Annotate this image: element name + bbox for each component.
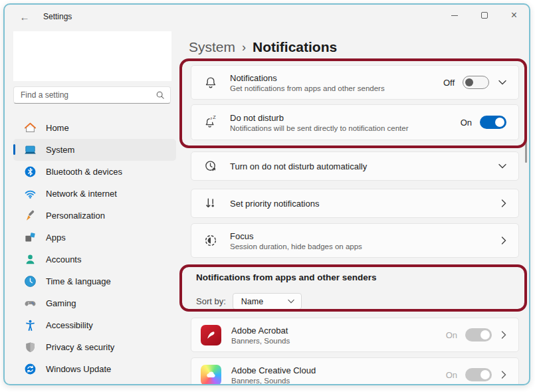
card-do-not-disturb[interactable]: zZ Do not disturb Notifications will be …	[191, 104, 519, 140]
bluetooth-icon	[24, 165, 37, 178]
network-icon	[24, 187, 37, 200]
system-icon	[24, 144, 37, 156]
app-name: Adobe Acrobat	[231, 326, 290, 336]
card-title: Focus	[230, 231, 362, 241]
app-row-adobe-acrobat[interactable]: Adobe Acrobat Banners, Sounds On	[191, 318, 519, 352]
apps-icon	[24, 231, 37, 244]
sidebar-item-accounts[interactable]: Accounts	[13, 248, 176, 270]
sidebar-item-time-language[interactable]: Time & language	[13, 270, 176, 292]
chevron-right-icon[interactable]	[501, 371, 506, 379]
close-icon: ×	[511, 10, 517, 21]
sidebar-item-system[interactable]: System	[13, 139, 176, 161]
toggle-knob	[495, 118, 504, 127]
do-not-disturb-toggle[interactable]	[480, 116, 506, 129]
sort-by-value: Name	[241, 297, 263, 306]
sidebar-item-personalization[interactable]: Personalization	[13, 205, 176, 227]
page-title: Notifications	[253, 39, 337, 55]
card-priority-notifications[interactable]: Set priority notifications	[191, 189, 519, 218]
privacy-icon	[24, 341, 37, 353]
card-title: Set priority notifications	[230, 199, 319, 209]
sidebar-item-label: Privacy & security	[46, 342, 114, 352]
sidebar-item-accessibility[interactable]: Accessibility	[13, 314, 176, 336]
windows-update-icon	[24, 363, 37, 375]
card-dnd-automatic[interactable]: Turn on do not disturb automatically	[191, 151, 519, 181]
accounts-icon	[24, 253, 37, 266]
app-notifications-toggle[interactable]	[465, 328, 492, 342]
maximize-icon	[481, 12, 488, 19]
chevron-down-icon[interactable]	[498, 163, 506, 169]
card-focus[interactable]: Focus Session duration, hide badges on a…	[191, 223, 519, 258]
chevron-right-icon	[501, 237, 506, 245]
card-notifications[interactable]: Notifications Get notifications from app…	[191, 65, 519, 100]
main-content: System › Notifications Notifications Get…	[184, 29, 529, 385]
sidebar-item-label: Bluetooth & devices	[46, 167, 122, 177]
sidebar-item-label: Gaming	[46, 298, 76, 308]
sidebar-item-label: Home	[46, 123, 69, 133]
sidebar-item-label: Time & language	[46, 276, 111, 286]
sort-by-label: Sort by:	[196, 296, 226, 306]
clock-auto-icon	[203, 159, 219, 173]
notifications-toggle[interactable]	[463, 76, 489, 89]
home-icon	[24, 122, 37, 134]
sidebar-item-gaming[interactable]: Gaming	[13, 292, 176, 314]
sidebar-item-label: Accounts	[46, 254, 81, 264]
sidebar-item-privacy-security[interactable]: Privacy & security	[13, 336, 176, 358]
card-title: Do not disturb	[230, 113, 408, 123]
close-button[interactable]: ×	[499, 5, 529, 26]
adobe-creative-cloud-icon	[201, 365, 221, 385]
sidebar-nav: Home System Bluetooth & devices Network …	[13, 117, 176, 380]
sidebar-item-label: Accessibility	[46, 320, 93, 330]
minimize-button[interactable]	[439, 5, 469, 26]
sidebar-item-network-internet[interactable]: Network & internet	[13, 183, 176, 205]
sidebar-item-home[interactable]: Home	[13, 117, 176, 139]
personalization-icon	[24, 209, 37, 222]
toggle-knob	[481, 330, 490, 340]
app-row-adobe-creative-cloud[interactable]: Adobe Creative Cloud Banners, Sounds On	[191, 357, 519, 385]
gaming-icon	[24, 297, 37, 310]
breadcrumb: System › Notifications	[189, 39, 529, 55]
toggle-state-label: Off	[443, 78, 455, 88]
minimize-icon	[451, 15, 458, 16]
accessibility-icon	[24, 319, 37, 332]
card-subtitle: Get notifications from apps and other se…	[230, 84, 385, 92]
window-controls: ×	[439, 5, 529, 26]
breadcrumb-parent[interactable]: System	[189, 39, 235, 55]
time-language-icon	[24, 275, 37, 288]
sidebar-item-label: Windows Update	[46, 364, 111, 374]
sort-by-dropdown[interactable]: Name	[233, 293, 302, 310]
sidebar-item-bluetooth-devices[interactable]: Bluetooth & devices	[13, 161, 176, 183]
scrollbar[interactable]	[525, 66, 527, 163]
sidebar-item-label: System	[46, 145, 74, 155]
app-name: Adobe Creative Cloud	[231, 365, 316, 375]
settings-window: ← Settings × Home System	[3, 3, 530, 385]
card-title: Notifications	[230, 73, 385, 83]
account-placeholder	[13, 31, 171, 81]
sidebar: Home System Bluetooth & devices Network …	[5, 29, 184, 385]
svg-text:Z: Z	[213, 115, 216, 120]
sidebar-item-windows-update[interactable]: Windows Update	[13, 358, 176, 380]
focus-icon	[203, 233, 219, 248]
search-box[interactable]	[13, 86, 171, 104]
chevron-down-icon[interactable]	[498, 80, 506, 85]
apps-section-title: Notifications from apps and other sender…	[196, 272, 519, 282]
app-subtitle: Banners, Sounds	[231, 377, 316, 385]
back-icon[interactable]: ←	[17, 11, 33, 23]
sidebar-item-apps[interactable]: Apps	[13, 227, 176, 248]
svg-text:z: z	[211, 116, 213, 120]
toggle-state-label: On	[446, 370, 457, 380]
chevron-right-icon	[501, 199, 506, 207]
bell-sleep-icon: zZ	[203, 115, 219, 130]
sidebar-item-label: Apps	[46, 233, 66, 243]
search-icon	[156, 90, 165, 100]
sidebar-item-label: Network & internet	[46, 189, 117, 199]
chevron-right-icon[interactable]	[501, 331, 506, 339]
app-notifications-toggle[interactable]	[465, 368, 492, 381]
card-subtitle: Session duration, hide badges on apps	[230, 243, 362, 250]
search-input[interactable]	[21, 90, 156, 100]
bell-icon	[203, 75, 219, 90]
maximize-button[interactable]	[469, 5, 499, 26]
card-subtitle: Notifications will be sent directly to n…	[230, 124, 408, 132]
titlebar: ← Settings ×	[5, 5, 529, 29]
toggle-state-label: On	[461, 118, 472, 128]
window-title: Settings	[43, 12, 72, 21]
